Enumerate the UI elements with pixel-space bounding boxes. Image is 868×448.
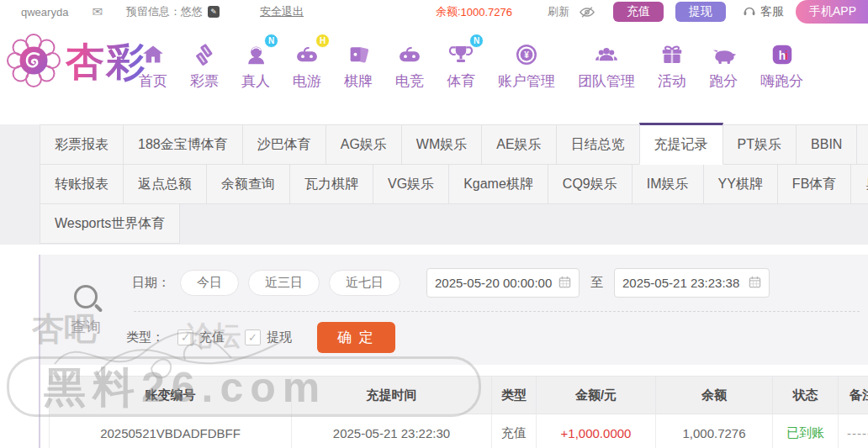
tab-余额查询[interactable]: 余额查询 xyxy=(206,164,290,204)
nav-item-电竞[interactable]: 电竞 xyxy=(395,39,424,91)
confirm-button[interactable]: 确 定 xyxy=(317,322,395,353)
team-icon xyxy=(594,39,619,67)
table-body: 20250521VBDADFDBFF2025-05-21 23:22:30充值+… xyxy=(50,414,868,448)
logo[interactable]: 杏彩 xyxy=(7,34,146,91)
nav-item-真人[interactable]: N真人 xyxy=(241,39,270,91)
nav-item-账户管理[interactable]: ¥账户管理 xyxy=(498,39,555,91)
quick-date-近七日[interactable]: 近七日 xyxy=(329,270,400,296)
nav-item-首页[interactable]: 首页 xyxy=(139,39,167,91)
nav-item-团队管理[interactable]: 团队管理 xyxy=(578,39,635,91)
svg-text:¥: ¥ xyxy=(524,50,529,60)
quick-date-今日[interactable]: 今日 xyxy=(180,270,239,296)
nav-item-电游[interactable]: H电游 xyxy=(293,39,321,91)
topbar: qwearyda ✉ 预留信息：悠悠 ✎ 安全退出 余额: 1000.7276 … xyxy=(0,0,868,24)
cell-类型: 充值 xyxy=(492,414,537,448)
nav-item-体育[interactable]: N体育 xyxy=(447,39,475,91)
tab-YY棋牌[interactable]: YY棋牌 xyxy=(703,164,778,204)
tab-AG娱乐[interactable]: AG娱乐 xyxy=(326,124,402,165)
header: 杏彩 首页彩票N真人H电游棋牌电竞N体育¥账户管理团队管理活动跑分hi嗨跑分 xyxy=(0,24,868,124)
column-header-备注: 备注 xyxy=(839,377,868,414)
mobile-app-button[interactable]: 手机APP xyxy=(796,0,868,24)
date-from-field[interactable]: 2025-05-20 00:00:00 xyxy=(426,268,580,298)
cell-状态: 已到账 xyxy=(773,414,839,448)
eye-slash-icon[interactable] xyxy=(580,6,595,18)
gift-icon xyxy=(659,39,685,67)
nav-label: 电游 xyxy=(293,71,321,91)
envelope-icon[interactable]: ✉ xyxy=(92,4,103,19)
tab-转账报表[interactable]: 转账报表 xyxy=(40,164,124,204)
nav-label: 账户管理 xyxy=(498,71,555,91)
type-checkboxes: ✓充值✓提现 xyxy=(177,329,292,345)
checkbox-icon[interactable]: ✓ xyxy=(177,329,193,345)
cell-备注: ------ xyxy=(839,414,868,448)
tab-BBIN[interactable]: BBIN xyxy=(796,124,857,165)
tab-row-1: 彩票报表188金宝博体育沙巴体育AG娱乐WM娱乐AE娱乐日结总览充提记录PT娱乐… xyxy=(40,124,868,166)
cards-icon xyxy=(346,39,371,67)
nav-label: 活动 xyxy=(658,71,686,91)
tab-188金宝博体育[interactable]: 188金宝博体育 xyxy=(123,124,243,165)
date-filter-row: 日期： 今日近三日近七日 2025-05-20 00:00:00 至 2025-… xyxy=(132,268,770,298)
tab-沙巴体育[interactable]: 沙巴体育 xyxy=(242,124,326,165)
date-to-field[interactable]: 2025-05-21 23:23:38 xyxy=(614,268,770,298)
column-header-状态: 状态 xyxy=(773,377,839,414)
tab-FB体育[interactable]: FB体育 xyxy=(777,164,851,204)
tab-账变报表[interactable]: 账变报表 xyxy=(856,124,868,165)
quick-date-近三日[interactable]: 近三日 xyxy=(248,270,320,296)
refresh-button[interactable]: 刷新 xyxy=(548,4,569,19)
column-header-账变编号: 账变编号 xyxy=(50,377,292,414)
table-header-row: 账变编号充提时间类型金额/元余额状态备注 xyxy=(50,377,868,414)
checkbox-icon[interactable]: ✓ xyxy=(245,329,261,345)
nav-item-活动[interactable]: 活动 xyxy=(658,39,686,91)
tab-奥丁棋牌[interactable]: 奥丁棋牌 xyxy=(850,164,868,204)
logout-link[interactable]: 安全退出 xyxy=(260,4,304,19)
column-header-充提时间: 充提时间 xyxy=(292,377,492,414)
nav-label: 棋牌 xyxy=(344,71,373,91)
tab-VG娱乐[interactable]: VG娱乐 xyxy=(373,164,449,204)
checkbox-充值[interactable]: ✓充值 xyxy=(177,329,225,345)
tab-CQ9娱乐[interactable]: CQ9娱乐 xyxy=(548,164,632,204)
cell-余额: 1,000.7276 xyxy=(656,414,773,448)
tab-返点总额[interactable]: 返点总额 xyxy=(123,164,207,204)
tab-充提记录[interactable]: 充提记录 xyxy=(639,123,723,165)
tab-日结总览[interactable]: 日结总览 xyxy=(556,124,640,165)
nav-item-跑分[interactable]: 跑分 xyxy=(709,39,738,91)
customer-service[interactable]: 客服 xyxy=(743,4,784,19)
cell-充提时间: 2025-05-21 23:22:30 xyxy=(292,414,492,448)
tab-彩票报表[interactable]: 彩票报表 xyxy=(40,124,124,165)
records-table: 账变编号充提时间类型金额/元余额状态备注 20250521VBDADFDBFF2… xyxy=(49,376,868,448)
tab-AE娱乐[interactable]: AE娱乐 xyxy=(481,124,556,165)
nav-item-棋牌[interactable]: 棋牌 xyxy=(344,39,373,91)
nav-label: 首页 xyxy=(139,71,167,91)
headset-icon xyxy=(743,5,756,19)
column-header-余额: 余额 xyxy=(656,377,773,414)
date-label: 日期： xyxy=(132,275,170,291)
account-coin-icon: ¥ xyxy=(514,39,539,67)
checkbox-label: 充值 xyxy=(199,329,225,345)
checkbox-label: 提现 xyxy=(267,329,292,345)
withdraw-button[interactable]: 提现 xyxy=(675,2,726,22)
tab-Kgame棋牌[interactable]: Kgame棋牌 xyxy=(448,164,548,204)
date-from-value: 2025-05-20 00:00:00 xyxy=(435,276,552,290)
tab-WM娱乐[interactable]: WM娱乐 xyxy=(401,124,482,165)
nav-item-嗨跑分[interactable]: hi嗨跑分 xyxy=(760,39,803,91)
tab-Wesports世界体育[interactable]: Wesports世界体育 xyxy=(40,203,180,244)
edit-icon[interactable]: ✎ xyxy=(208,6,220,18)
tab-row-3: Wesports世界体育 xyxy=(40,203,180,244)
main-nav: 首页彩票N真人H电游棋牌电竞N体育¥账户管理团队管理活动跑分hi嗨跑分 xyxy=(139,39,803,91)
left-divider-line xyxy=(39,255,40,448)
balance-value: 1000.7276 xyxy=(461,6,512,18)
tab-IM娱乐[interactable]: IM娱乐 xyxy=(632,164,704,204)
lottery-ticket-icon xyxy=(192,39,217,67)
filter-separator xyxy=(134,311,860,312)
live-person-icon: N xyxy=(243,39,268,67)
trophy-icon: N xyxy=(448,39,474,67)
tab-瓦力棋牌[interactable]: 瓦力棋牌 xyxy=(289,164,373,204)
deposit-button[interactable]: 充值 xyxy=(613,2,664,22)
column-header-类型: 类型 xyxy=(492,377,537,414)
tab-PT娱乐[interactable]: PT娱乐 xyxy=(722,124,797,165)
checkbox-提现[interactable]: ✓提现 xyxy=(245,329,292,345)
nav-item-彩票[interactable]: 彩票 xyxy=(190,39,219,91)
rhino-icon xyxy=(709,39,738,67)
badge-H-icon: H xyxy=(315,34,330,48)
cell-账变编号: 20250521VBDADFDBFF xyxy=(50,414,292,448)
